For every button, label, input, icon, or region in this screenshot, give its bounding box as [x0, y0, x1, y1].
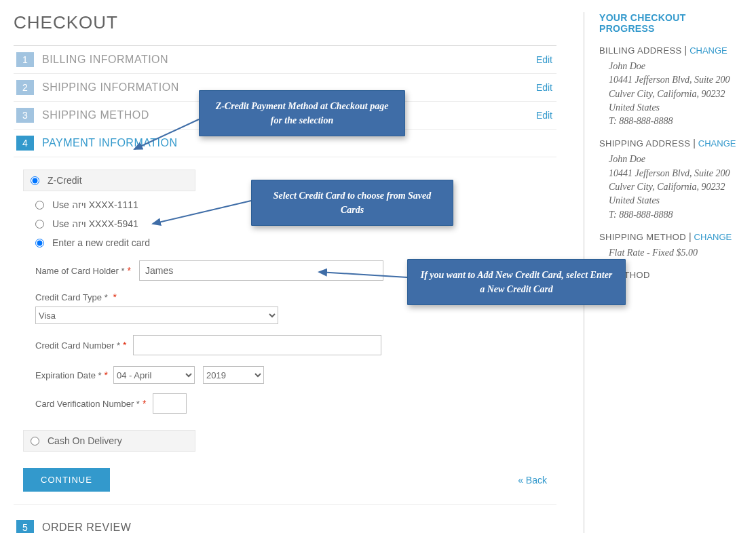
radio-cod[interactable]: [31, 437, 39, 446]
field-expiration-date: Expiration Date * * 04 - April 2019: [35, 366, 547, 384]
required-asterisk: *: [123, 340, 126, 351]
radio-zcredit[interactable]: [31, 176, 39, 185]
billing-address-label: BILLING ADDRESS: [599, 45, 685, 56]
new-card-label: Enter a new credit card: [52, 237, 150, 248]
payment-method-zcredit[interactable]: Z-Credit: [23, 170, 195, 191]
change-billing-link[interactable]: CHANGE: [689, 45, 727, 56]
card-holder-name-input[interactable]: [139, 260, 383, 281]
billing-address-block: John Doe 10441 Jefferson Blvd, Suite 200…: [609, 60, 742, 128]
step-number: 2: [16, 80, 34, 95]
saved-card-1-label: Use ויזה XXXX-1111: [52, 199, 138, 210]
step-title: ORDER REVIEW: [42, 521, 552, 533]
radio-saved-card-2[interactable]: [35, 220, 44, 229]
callout-new-card: If you want to Add New Credit Card, sele…: [407, 259, 626, 305]
required-asterisk: *: [128, 265, 131, 276]
step-title: BILLING INFORMATION: [42, 54, 536, 66]
shipping-address-label: SHIPPING ADDRESS: [599, 138, 693, 149]
step-number: 1: [16, 52, 34, 67]
edit-link-shipping-info[interactable]: Edit: [536, 82, 552, 93]
step-billing-information[interactable]: 1 BILLING INFORMATION Edit: [14, 46, 556, 74]
exp-year-select[interactable]: 2019: [203, 366, 264, 384]
required-asterisk: *: [143, 398, 146, 409]
exp-label: Expiration Date *: [35, 370, 102, 380]
zcredit-label: Z-Credit: [48, 175, 82, 186]
change-shipping-address-link[interactable]: CHANGE: [698, 138, 736, 149]
payment-method-cod[interactable]: Cash On Delivery: [23, 430, 195, 452]
card-type-select[interactable]: Visa: [35, 307, 278, 324]
radio-new-card[interactable]: [35, 239, 44, 248]
step-title: PAYMENT INFORMATION: [42, 137, 552, 149]
shipping-address-block: John Doe 10441 Jefferson Blvd, Suite 200…: [609, 153, 742, 221]
required-asterisk: *: [113, 292, 117, 302]
edit-link-billing[interactable]: Edit: [536, 54, 552, 65]
shipping-method-value: Flat Rate - Fixed $5.00: [609, 246, 742, 260]
edit-link-shipping-method[interactable]: Edit: [536, 110, 552, 121]
field-cvv: Card Verification Number * *: [35, 393, 547, 414]
callout-saved-cards: Select Credit Card to choose from Saved …: [251, 180, 453, 226]
required-asterisk: *: [105, 370, 108, 380]
cvv-input[interactable]: [153, 393, 187, 414]
step-order-review: 5 ORDER REVIEW: [14, 514, 556, 533]
saved-card-2-label: Use ויזה XXXX-5941: [52, 218, 138, 229]
exp-month-select[interactable]: 04 - April: [113, 366, 195, 384]
card-number-input[interactable]: [133, 335, 381, 355]
change-shipping-method-link[interactable]: CHANGE: [694, 232, 732, 242]
shipping-method-label: SHIPPING METHOD: [599, 232, 689, 242]
sidebar-title: YOUR CHECKOUT PROGRESS: [599, 12, 742, 34]
radio-saved-card-1[interactable]: [35, 201, 44, 210]
cod-label: Cash On Delivery: [48, 435, 122, 446]
field-card-number: Credit Card Number * *: [35, 335, 547, 355]
back-link[interactable]: « Back: [518, 475, 547, 486]
step-number: 4: [16, 136, 34, 151]
continue-button[interactable]: CONTINUE: [23, 468, 110, 492]
cvv-label: Card Verification Number *: [35, 399, 140, 409]
page-title: CHECKOUT: [14, 12, 556, 33]
callout-zcredit: Z-Credit Payment Method at Checkout page…: [199, 90, 405, 136]
card-type-label: Credit Card Type *: [35, 292, 108, 302]
step-number: 3: [16, 108, 34, 123]
enter-new-card[interactable]: Enter a new credit card: [29, 233, 547, 252]
step-number: 5: [16, 520, 34, 533]
card-number-label: Credit Card Number *: [35, 340, 120, 351]
name-label: Name of Card Holder *: [35, 266, 125, 276]
